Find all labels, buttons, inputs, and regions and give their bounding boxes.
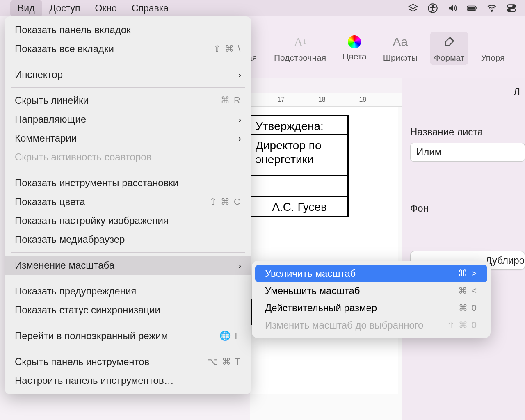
tool-format-label: Формат xyxy=(434,53,465,63)
inspector-panel: Л Название листа Илим Фон Дублиро xyxy=(402,78,525,420)
menu-item-label: Показать медиабраузер xyxy=(15,234,125,245)
svg-point-1 xyxy=(432,5,434,7)
chevron-right-icon: › xyxy=(238,261,241,270)
menu-item-label: Показать предупреждения xyxy=(15,285,136,297)
table-cell[interactable]: Утверждена: xyxy=(250,115,349,135)
wifi-icon[interactable] xyxy=(486,3,497,14)
menu-separator xyxy=(11,349,245,349)
tool-subscript[interactable]: A1 Подстрочная xyxy=(270,32,330,65)
menu-hide-coauthor: Скрыть активность соавторов xyxy=(5,148,251,167)
menu-show-tab-bar[interactable]: Показать панель вкладок xyxy=(5,21,251,39)
menu-inspector[interactable]: Инспектор › xyxy=(5,65,251,84)
table-cell[interactable] xyxy=(250,176,349,197)
colors-icon xyxy=(348,35,361,48)
chevron-right-icon: › xyxy=(238,70,241,80)
battery-icon[interactable] xyxy=(467,3,477,14)
menu-separator xyxy=(11,87,245,88)
menu-item-label: Направляющие xyxy=(15,114,86,125)
arrange-icon xyxy=(485,34,501,50)
menu-separator xyxy=(11,252,245,253)
svg-point-5 xyxy=(491,10,493,11)
menu-shortcut: ⌥ ⌘ T xyxy=(208,356,241,367)
menu-hide-rulers[interactable]: Скрыть линейки ⌘ R xyxy=(5,91,251,110)
svg-rect-3 xyxy=(468,7,475,9)
menu-item-label: Инспектор xyxy=(15,69,63,80)
menu-show-media-browser[interactable]: Показать медиабраузер xyxy=(5,230,251,249)
svg-point-7 xyxy=(513,5,514,7)
tool-colors[interactable]: Цвета xyxy=(338,33,371,64)
menu-item-label: Показать настройку изображения xyxy=(15,215,169,226)
menu-customize-toolbar[interactable]: Настроить панель инструментов… xyxy=(5,371,251,390)
chevron-right-icon: › xyxy=(238,115,241,124)
menu-zoom[interactable]: Изменение масштаба › xyxy=(5,256,251,275)
tool-fonts-label: Шрифты xyxy=(383,53,418,63)
menu-shortcut: 🌐 F xyxy=(219,331,241,341)
menu-item-label: Комментарии xyxy=(15,132,77,144)
inspector-tab-partial[interactable]: Л xyxy=(410,86,525,98)
menu-separator xyxy=(11,323,245,323)
chevron-right-icon: › xyxy=(238,134,241,143)
menu-item-label: Показать все вкладки xyxy=(15,43,114,55)
menu-view[interactable]: Вид xyxy=(10,0,42,16)
ruler-mark: 19 xyxy=(359,96,367,103)
tool-fonts[interactable]: Aa Шрифты xyxy=(379,32,422,65)
menu-item-label: Действительный размер xyxy=(265,302,377,314)
menu-shortcut: ⌘ > xyxy=(458,268,477,279)
menu-fullscreen[interactable]: Перейти в полноэкранный режим 🌐 F xyxy=(5,326,251,345)
table-cell[interactable]: А.С. Гусев xyxy=(250,197,349,217)
menu-comments[interactable]: Комментарии › xyxy=(5,129,251,148)
menu-item-label: Перейти в полноэкранный режим xyxy=(15,330,168,342)
menu-item-label: Увеличить масштаб xyxy=(265,268,356,279)
menu-shortcut: ⌘ 0 xyxy=(459,303,477,313)
ruler-mark: 18 xyxy=(318,96,326,103)
menubar-status xyxy=(408,3,521,14)
stack-icon[interactable] xyxy=(408,3,418,14)
menu-show-image-adjust[interactable]: Показать настройку изображения xyxy=(5,211,251,230)
ruler-mark: 17 xyxy=(277,96,285,103)
menu-guides[interactable]: Направляющие › xyxy=(5,110,251,129)
menu-item-label: Показать инструменты расстановки xyxy=(15,177,178,189)
menu-shortcut: ⇧ ⌘ C xyxy=(209,196,241,207)
doc-table: Утверждена: Директор по энергетики А.С. … xyxy=(250,115,349,217)
menu-show-arrange-tools[interactable]: Показать инструменты расстановки xyxy=(5,173,251,192)
submenu-actual-size[interactable]: Действительный размер ⌘ 0 xyxy=(255,299,487,317)
menubar-left: Вид Доступ Окно Справка xyxy=(10,0,176,16)
menu-show-warnings[interactable]: Показать предупреждения xyxy=(5,282,251,301)
volume-icon[interactable] xyxy=(447,3,458,14)
toolbar: ная A1 Подстрочная Цвета Aa Шрифты Форма… xyxy=(246,16,525,78)
accessibility-icon[interactable] xyxy=(427,3,438,14)
submenu-zoom-to-selection: Изменить масштаб до выбранного ⇧ ⌘ 0 xyxy=(255,317,487,334)
menu-window[interactable]: Окно xyxy=(87,0,124,16)
table-cell[interactable]: Директор по энергетики xyxy=(250,135,349,176)
menu-separator xyxy=(11,62,245,62)
menu-share[interactable]: Доступ xyxy=(42,0,88,16)
tool-format[interactable]: Формат xyxy=(430,32,469,65)
menu-show-sync-status[interactable]: Показать статус синхронизации xyxy=(5,301,251,320)
sheet-name-label: Название листа xyxy=(410,126,525,138)
format-icon xyxy=(441,34,457,50)
menu-item-label: Настроить панель инструментов… xyxy=(15,375,174,386)
menu-item-label: Уменьшить масштаб xyxy=(265,285,360,297)
submenu-zoom-in[interactable]: Увеличить масштаб ⌘ > xyxy=(255,265,487,282)
menu-help[interactable]: Справка xyxy=(124,0,176,16)
menu-item-label: Скрыть активность соавторов xyxy=(15,151,151,163)
svg-point-9 xyxy=(508,9,510,11)
menu-show-all-tabs[interactable]: Показать все вкладки ⇧ ⌘ \ xyxy=(5,39,251,58)
menu-item-label: Скрыть линейки xyxy=(15,95,89,106)
view-menu: Показать панель вкладок Показать все вкл… xyxy=(5,16,251,394)
tool-subscript-label: Подстрочная xyxy=(274,53,326,63)
submenu-zoom-out[interactable]: Уменьшить масштаб ⌘ < xyxy=(255,282,487,299)
menu-hide-toolbar[interactable]: Скрыть панель инструментов ⌥ ⌘ T xyxy=(5,352,251,371)
sheet-name-input[interactable]: Илим xyxy=(410,143,525,162)
svg-rect-4 xyxy=(476,7,477,9)
menu-shortcut: ⇧ ⌘ \ xyxy=(213,43,241,54)
menu-show-colors[interactable]: Показать цвета ⇧ ⌘ C xyxy=(5,192,251,211)
menu-item-label: Изменить масштаб до выбранного xyxy=(265,320,423,331)
menu-shortcut: ⌘ R xyxy=(221,95,241,106)
zoom-submenu: Увеличить масштаб ⌘ > Уменьшить масштаб … xyxy=(252,261,491,338)
menu-separator xyxy=(11,170,245,170)
menu-item-label: Изменение масштаба xyxy=(15,260,114,271)
control-center-icon[interactable] xyxy=(506,3,517,14)
menu-item-label: Скрыть панель инструментов xyxy=(15,356,149,368)
tool-arrange[interactable]: Упоря xyxy=(477,32,509,65)
